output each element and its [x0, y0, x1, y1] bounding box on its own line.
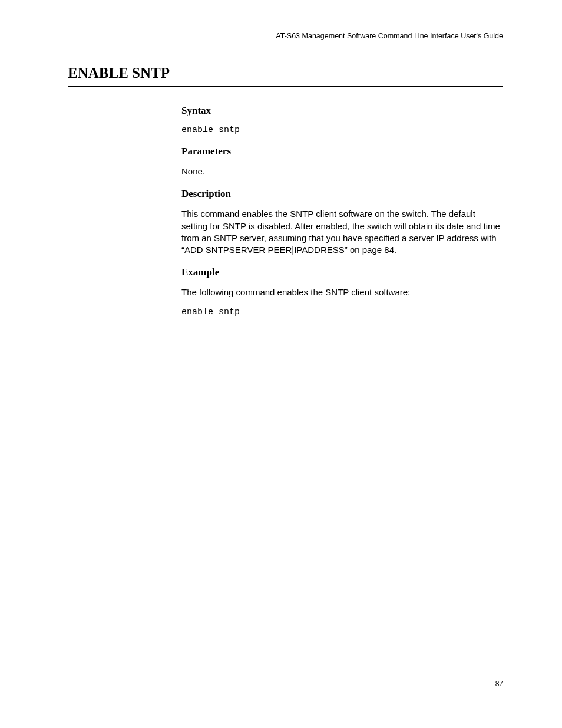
example-text: The following command enables the SNTP c… — [181, 286, 503, 298]
description-text: This command enables the SNTP client sof… — [181, 208, 503, 256]
parameters-heading: Parameters — [181, 146, 503, 157]
page-header: AT-S63 Management Software Command Line … — [276, 32, 503, 40]
example-command: enable sntp — [181, 307, 503, 317]
syntax-command: enable sntp — [181, 125, 503, 135]
syntax-heading: Syntax — [181, 105, 503, 117]
content-area: Syntax enable sntp Parameters None. Desc… — [181, 105, 503, 319]
example-heading: Example — [181, 266, 503, 278]
page-number: 87 — [495, 680, 503, 688]
page-title: ENABLE SNTP — [68, 65, 503, 87]
description-heading: Description — [181, 188, 503, 200]
parameters-text: None. — [181, 166, 503, 177]
